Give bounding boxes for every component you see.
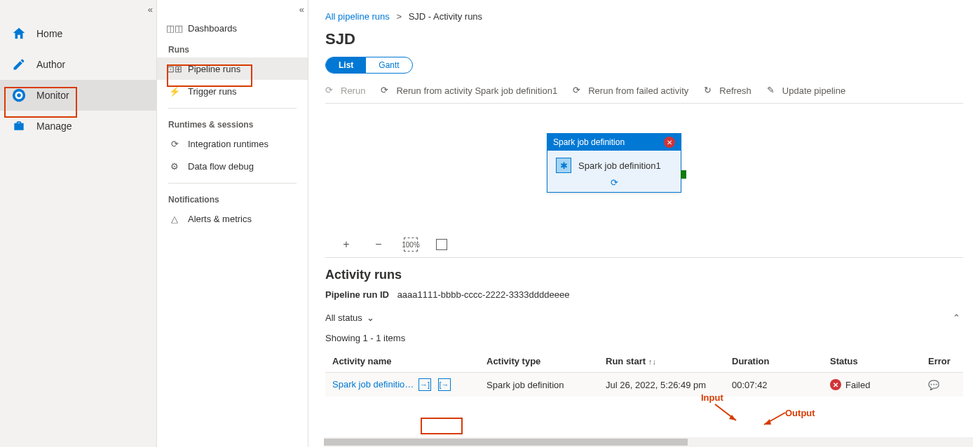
zoom-100-icon[interactable]: 100% xyxy=(404,238,418,252)
output-handle[interactable] xyxy=(681,170,686,179)
breadcrumb-sep: > xyxy=(396,11,402,22)
sidebar-label-data-flow-debug: Data flow debug xyxy=(188,161,254,172)
sidebar-item-trigger-runs[interactable]: ⚡ Trigger runs xyxy=(157,80,308,102)
toggle-list[interactable]: List xyxy=(326,57,366,73)
run-id-value: aaaa1111-bbbb-cccc-2222-3333ddddeeee xyxy=(397,289,570,300)
sidebar-item-author[interactable]: Author xyxy=(0,49,156,80)
sidebar-label-home: Home xyxy=(36,28,62,39)
sidebar-label-manage: Manage xyxy=(36,121,72,132)
col-duration[interactable]: Duration xyxy=(725,350,823,373)
zoom-in-icon[interactable]: + xyxy=(339,238,353,252)
pencil-icon xyxy=(11,57,27,72)
sidebar-item-manage[interactable]: Manage xyxy=(0,111,156,142)
primary-sidebar: « Home Author Monitor Manage xyxy=(0,0,157,447)
refresh-button[interactable]: ↻ Refresh xyxy=(704,85,751,96)
collapse-section-icon[interactable]: ⌃ xyxy=(953,312,960,323)
svg-marker-6 xyxy=(764,419,771,425)
sort-icon: ↑↓ xyxy=(648,357,656,366)
retry-icon[interactable]: ⟳ xyxy=(611,177,618,188)
sidebar-item-alerts-metrics[interactable]: △ Alerts & metrics xyxy=(157,207,308,230)
col-activity-type[interactable]: Activity type xyxy=(479,350,599,373)
divider xyxy=(168,108,297,109)
section-runs: Runs xyxy=(157,39,308,57)
rerun-icon: ⟳ xyxy=(325,85,336,96)
sidebar-label-alerts-metrics: Alerts & metrics xyxy=(188,214,252,224)
cell-activity-name[interactable]: Spark job definitio… xyxy=(332,379,414,390)
view-toggle: List Gantt xyxy=(325,57,413,74)
debug-icon: ⚙ xyxy=(168,160,181,172)
sidebar-label-dashboards: Dashboards xyxy=(188,23,237,34)
cell-run-start: Jul 26, 2022, 5:26:49 pm xyxy=(599,373,725,397)
pipeline-icon: ⊡⊞ xyxy=(168,62,181,75)
dashboard-icon: ◫◫ xyxy=(168,22,181,34)
activity-runs-table: Activity name Activity type Run start↑↓ … xyxy=(325,350,963,397)
status-filter-dropdown[interactable]: All status ⌄ xyxy=(325,312,374,323)
rerun-from-activity-button[interactable]: ⟳ Rerun from activity Spark job definiti… xyxy=(381,85,557,96)
run-id-label: Pipeline run ID xyxy=(325,289,389,300)
activity-runs-title: Activity runs xyxy=(325,268,963,282)
sidebar-item-monitor[interactable]: Monitor xyxy=(0,80,156,111)
output-icon[interactable]: [→ xyxy=(438,378,451,391)
sidebar-label-pipeline-runs: Pipeline runs xyxy=(188,64,240,74)
canvas-tools: + − 100% xyxy=(339,238,447,252)
main-content: All pipeline runs > SJD - Activity runs … xyxy=(308,0,980,447)
page-title: SJD xyxy=(325,30,963,48)
cell-activity-type: Spark job definition xyxy=(479,373,599,397)
svg-marker-4 xyxy=(729,415,736,420)
collapse-icon[interactable]: « xyxy=(299,4,302,15)
sidebar-label-integration-runtimes: Integration runtimes xyxy=(188,139,268,149)
alert-icon: △ xyxy=(168,212,181,225)
update-pipeline-button[interactable]: ✎ Update pipeline xyxy=(767,85,845,96)
breadcrumb-current: SJD - Activity runs xyxy=(409,11,482,22)
section-runtimes: Runtimes & sessions xyxy=(157,114,308,132)
rerun-failed-button[interactable]: ⟳ Rerun from failed activity xyxy=(573,85,688,96)
spark-icon: ✱ xyxy=(556,158,571,173)
sidebar-item-integration-runtimes[interactable]: ⟳ Integration runtimes xyxy=(157,132,308,155)
briefcase-icon xyxy=(11,118,27,134)
sidebar-label-monitor: Monitor xyxy=(36,90,69,101)
sidebar-item-dashboards[interactable]: ◫◫ Dashboards xyxy=(157,17,308,39)
sidebar-item-data-flow-debug[interactable]: ⚙ Data flow debug xyxy=(157,155,308,177)
svg-line-3 xyxy=(715,404,736,420)
section-notifications: Notifications xyxy=(157,189,308,207)
breadcrumb-root[interactable]: All pipeline runs xyxy=(325,11,390,22)
col-error[interactable]: Error xyxy=(921,350,963,373)
rerun-activity-icon: ⟳ xyxy=(381,85,392,96)
status-badge: ✕ Failed xyxy=(830,379,870,390)
svg-line-5 xyxy=(764,413,785,425)
close-icon[interactable]: ✕ xyxy=(664,137,675,148)
table-row[interactable]: Spark job definitio… →] [→ Spark job def… xyxy=(325,373,963,397)
activity-node-name: Spark job definition1 xyxy=(578,160,661,171)
trigger-icon: ⚡ xyxy=(168,85,181,97)
horizontal-scrollbar[interactable] xyxy=(324,437,973,447)
sidebar-item-home[interactable]: Home xyxy=(0,18,156,49)
chevron-down-icon: ⌄ xyxy=(367,312,374,323)
svg-point-2 xyxy=(17,93,21,97)
collapse-icon[interactable]: « xyxy=(148,4,151,15)
sidebar-label-author: Author xyxy=(36,59,65,70)
divider xyxy=(168,183,297,184)
col-activity-name[interactable]: Activity name xyxy=(325,350,479,373)
sidebar-item-pipeline-runs[interactable]: ⊡⊞ Pipeline runs xyxy=(157,57,308,80)
pipeline-canvas[interactable]: Spark job definition ✕ ✱ Spark job defin… xyxy=(325,104,963,258)
toolbar: ⟳ Rerun ⟳ Rerun from activity Spark job … xyxy=(325,85,963,104)
error-detail-icon[interactable]: 💬 xyxy=(928,380,939,390)
col-status[interactable]: Status xyxy=(823,350,921,373)
home-icon xyxy=(11,26,27,41)
runtime-icon: ⟳ xyxy=(168,137,181,150)
activity-node-title: Spark job definition xyxy=(553,137,625,147)
col-run-start[interactable]: Run start↑↓ xyxy=(599,350,725,373)
fit-icon[interactable] xyxy=(436,239,447,250)
secondary-sidebar: « ◫◫ Dashboards Runs ⊡⊞ Pipeline runs ⚡ … xyxy=(157,0,308,447)
target-icon xyxy=(11,88,27,103)
breadcrumb: All pipeline runs > SJD - Activity runs xyxy=(325,8,963,25)
annotation-output: Output xyxy=(785,408,815,418)
failed-icon: ✕ xyxy=(830,379,841,390)
toggle-gantt[interactable]: Gantt xyxy=(366,57,411,73)
activity-node[interactable]: Spark job definition ✕ ✱ Spark job defin… xyxy=(547,133,681,193)
input-icon[interactable]: →] xyxy=(418,378,431,391)
cell-duration: 00:07:42 xyxy=(725,373,823,397)
refresh-icon: ↻ xyxy=(704,85,715,96)
result-count: Showing 1 - 1 items xyxy=(325,333,963,343)
zoom-out-icon[interactable]: − xyxy=(372,238,386,252)
